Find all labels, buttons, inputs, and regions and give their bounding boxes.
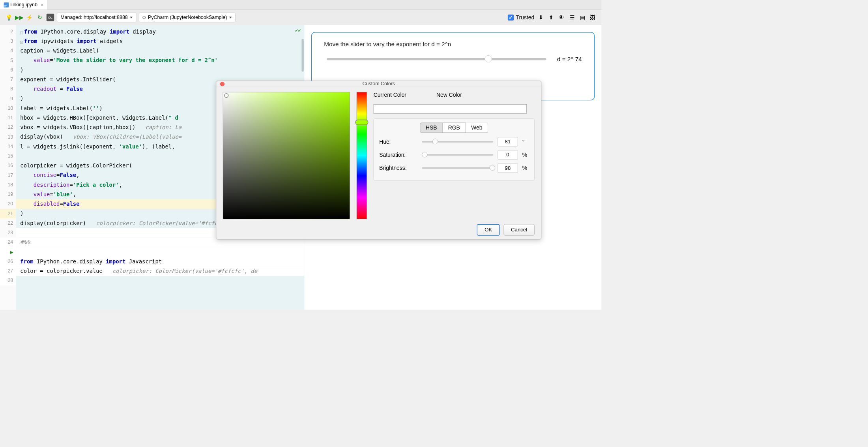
hsb-value-input[interactable]: 98: [498, 163, 518, 173]
hsb-value-input[interactable]: 0: [498, 150, 518, 160]
run-all-icon[interactable]: ▶▶: [15, 13, 23, 21]
line-number: 27: [0, 266, 16, 276]
kernel-label: PyCharm (JupyterNotebookSample): [148, 15, 227, 21]
line-number: 4: [0, 46, 16, 55]
scrollbar-thumb[interactable]: [301, 39, 304, 71]
bulb-icon[interactable]: 💡: [5, 13, 12, 21]
current-color-label: Current Color: [374, 92, 406, 98]
dialog-title: Custom Colors: [363, 81, 395, 87]
check-icon: ✓: [508, 14, 514, 20]
trusted-label: Trusted: [516, 14, 534, 21]
output-caption: Move the slider to vary the exponent for…: [324, 41, 582, 48]
line-number: 17: [0, 171, 16, 180]
line-number: 8: [0, 84, 16, 94]
code-line[interactable]: –from IPython.core.display import displa…: [16, 27, 304, 36]
hue-strip[interactable]: [357, 92, 367, 219]
line-number: 15: [0, 151, 16, 161]
split-icon[interactable]: ▤: [578, 13, 586, 21]
close-window-icon[interactable]: [220, 82, 224, 86]
cancel-button[interactable]: Cancel: [503, 224, 534, 236]
notebook-file-icon: [4, 2, 9, 7]
close-tab-icon[interactable]: ×: [41, 2, 43, 7]
hsb-row-brightness: Brightness: 98 %: [379, 163, 529, 173]
new-color-label: New Color: [436, 92, 462, 98]
line-number: 14: [0, 142, 16, 151]
line-number: 13: [0, 132, 16, 142]
hsb-slider[interactable]: [422, 167, 493, 169]
hsb-unit: °: [522, 139, 529, 145]
hsb-label: Hue:: [379, 139, 417, 145]
download-icon[interactable]: ⬇: [537, 13, 544, 21]
line-number: 20: [0, 199, 16, 209]
inspection-ok-icon: ✔✔: [295, 27, 301, 33]
color-mode-panel: HSBRGBWeb Hue: 81 °Saturation: 0 %Bright…: [374, 118, 535, 180]
tab-filename: linking.ipynb: [10, 2, 37, 8]
code-line[interactable]: caption = widgets.Label(: [16, 46, 304, 55]
code-line[interactable]: ): [16, 65, 304, 75]
toolbar: 💡 ▶▶ ⚡ ↻ DL Managed: http://localhost:88…: [0, 10, 602, 25]
line-number: 19: [0, 190, 16, 199]
dialog-titlebar[interactable]: Custom Colors: [216, 81, 541, 87]
slider-thumb[interactable]: [485, 55, 492, 62]
file-tab[interactable]: linking.ipynb ×: [0, 0, 47, 9]
line-number: 26: [0, 257, 16, 266]
code-line[interactable]: [16, 247, 304, 257]
hsb-label: Saturation:: [379, 152, 417, 158]
hue-thumb[interactable]: [355, 120, 368, 125]
saturation-value-box[interactable]: [223, 92, 350, 219]
line-number: 18: [0, 180, 16, 190]
slider-thumb[interactable]: [422, 152, 427, 158]
line-number: 2: [0, 27, 16, 36]
line-gutter: 23456789101112131415161718192021222324▶ …: [0, 25, 16, 310]
code-line[interactable]: –from ipywidgets import widgets: [16, 36, 304, 46]
hsb-row-hue: Hue: 81 °: [379, 137, 529, 146]
server-dropdown[interactable]: Managed: http://localhost:8888: [57, 13, 136, 22]
line-number: 28: [0, 276, 16, 285]
caret-down-icon: [130, 17, 133, 18]
output-value-label: d = 2^ 74: [557, 56, 582, 63]
line-number: 21: [0, 209, 16, 218]
line-number: ▶: [0, 247, 16, 257]
line-number: 23: [0, 228, 16, 237]
list-icon[interactable]: ☰: [568, 13, 576, 21]
hsb-slider[interactable]: [422, 141, 493, 143]
color-mode-tab-hsb[interactable]: HSB: [420, 122, 443, 133]
line-number: 22: [0, 218, 16, 228]
hsb-label: Brightness:: [379, 165, 417, 171]
line-number: 10: [0, 103, 16, 113]
tab-bar: linking.ipynb ×: [0, 0, 602, 10]
image-icon[interactable]: 🖼: [589, 13, 597, 21]
slider-thumb[interactable]: [490, 165, 495, 171]
line-number: 12: [0, 122, 16, 132]
color-mode-tab-rgb[interactable]: RGB: [443, 122, 466, 133]
line-number: 6: [0, 65, 16, 75]
code-line[interactable]: color = colorpicker.value colorpicker: C…: [16, 266, 304, 276]
hsb-unit: %: [522, 165, 529, 171]
line-number: 16: [0, 161, 16, 170]
lightning-icon[interactable]: ⚡: [26, 13, 33, 21]
sv-picker-handle[interactable]: [224, 93, 228, 98]
trusted-checkbox[interactable]: ✓ Trusted: [508, 14, 534, 21]
upload-icon[interactable]: ⬆: [547, 13, 555, 21]
restart-icon[interactable]: ↻: [36, 13, 43, 21]
hsb-value-input[interactable]: 81: [498, 137, 518, 146]
line-number: 24: [0, 238, 16, 247]
line-number: 11: [0, 113, 16, 122]
line-number: 5: [0, 56, 16, 65]
kernel-dropdown[interactable]: PyCharm (JupyterNotebookSample): [139, 13, 236, 22]
line-number: 3: [0, 36, 16, 46]
eye-icon[interactable]: 👁: [558, 13, 565, 21]
ok-button[interactable]: OK: [477, 224, 500, 236]
color-picker-dialog: Custom Colors Current Color New Color HS…: [216, 81, 541, 239]
slider-thumb[interactable]: [432, 139, 438, 144]
server-label: Managed: http://localhost:8888: [60, 15, 128, 21]
color-mode-tab-web[interactable]: Web: [466, 122, 488, 133]
code-line[interactable]: value='Move the slider to vary the expon…: [16, 56, 304, 65]
color-swatch: [374, 104, 527, 114]
output-slider[interactable]: [327, 58, 546, 60]
caret-down-icon: [229, 17, 232, 18]
code-line[interactable]: from IPython.core.display import Javascr…: [16, 257, 304, 266]
hsb-unit: %: [522, 152, 529, 158]
dl-icon[interactable]: DL: [47, 13, 54, 21]
hsb-slider[interactable]: [422, 154, 493, 156]
